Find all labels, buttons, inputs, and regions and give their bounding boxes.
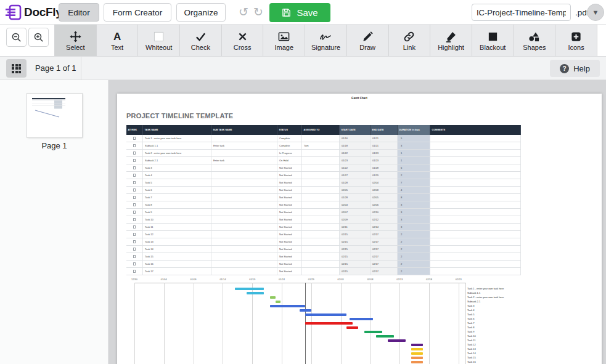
at-risk-checkbox-cell <box>126 261 143 267</box>
at-risk-checkbox[interactable] <box>133 159 136 162</box>
gantt-bar[interactable] <box>247 292 264 294</box>
gantt-gridline <box>459 283 459 364</box>
tab-organize[interactable]: Organize <box>176 3 226 22</box>
gantt-bar[interactable] <box>411 352 423 355</box>
file-menu-dropdown-button[interactable]: ▼ <box>587 4 604 21</box>
zoom-in-button[interactable] <box>28 28 49 47</box>
table-cell <box>211 246 277 253</box>
at-risk-checkbox[interactable] <box>133 152 136 155</box>
table-cell <box>430 187 521 193</box>
table-cell <box>302 261 340 267</box>
tool-blackout-button[interactable]: Blackout <box>472 25 514 56</box>
gantt-bar[interactable] <box>276 301 280 303</box>
at-risk-checkbox[interactable] <box>133 196 136 199</box>
at-risk-checkbox-cell <box>126 246 143 253</box>
pdf-page[interactable]: Gantt Chart PROJECT TIMELINE TEMPLATE AT… <box>117 94 602 364</box>
table-cell: 2 <box>398 246 430 253</box>
table-cell <box>302 246 340 253</box>
gantt-bar[interactable] <box>411 344 423 346</box>
tool-signature-button[interactable]: Signature <box>305 25 347 56</box>
page-thumbnail[interactable] <box>27 94 82 137</box>
filename-input[interactable] <box>472 4 571 21</box>
table-column-header: COMMENTS <box>430 125 521 135</box>
tool-check-button[interactable]: Check <box>180 25 222 56</box>
page-grid-view-button[interactable] <box>6 59 27 78</box>
gantt-bar[interactable] <box>270 296 276 299</box>
undo-icon[interactable]: ↺ <box>236 5 251 20</box>
table-cell <box>302 238 340 245</box>
at-risk-checkbox[interactable] <box>133 240 136 243</box>
at-risk-checkbox[interactable] <box>133 137 136 140</box>
tool-text-button[interactable]: AText <box>97 25 139 56</box>
at-risk-checkbox[interactable] <box>133 218 136 221</box>
gantt-bar[interactable] <box>364 331 382 333</box>
at-risk-checkbox[interactable] <box>133 203 136 206</box>
tool-draw-button[interactable]: Draw <box>347 25 389 56</box>
at-risk-checkbox[interactable] <box>133 225 136 229</box>
table-cell <box>302 201 340 208</box>
table-cell: Not Started <box>277 246 302 253</box>
table-cell: 02/07 <box>340 209 371 216</box>
doc-header-note: Gantt Chart <box>117 97 602 100</box>
at-risk-checkbox[interactable] <box>133 174 136 177</box>
tool-icons-button[interactable]: Icons <box>555 25 597 56</box>
zoom-out-button[interactable] <box>6 28 27 47</box>
table-cell: 02/15 <box>340 253 371 260</box>
table-cell <box>302 179 340 186</box>
at-risk-checkbox[interactable] <box>133 255 136 258</box>
table-cell: 2 <box>398 253 430 260</box>
at-risk-checkbox[interactable] <box>133 188 136 192</box>
at-risk-checkbox-cell <box>126 194 143 201</box>
help-button[interactable]: ? Help <box>550 60 600 77</box>
docfly-logo[interactable]: DocFly <box>5 4 62 20</box>
gantt-bar[interactable] <box>411 348 423 350</box>
tool-link-button[interactable]: Link <box>389 25 431 56</box>
at-risk-checkbox[interactable] <box>133 233 136 236</box>
table-cell <box>430 135 521 142</box>
table-cell: Enter task <box>211 142 277 149</box>
gantt-bar[interactable] <box>350 318 373 320</box>
at-risk-checkbox-cell <box>126 238 143 245</box>
tool-whiteout-button[interactable]: Whiteout <box>138 25 180 56</box>
gantt-bar[interactable] <box>270 305 305 307</box>
tool-cross-button[interactable]: Cross <box>222 25 264 56</box>
table-cell <box>302 224 340 230</box>
tab-editor[interactable]: Editor <box>59 3 99 22</box>
table-cell <box>302 268 340 275</box>
at-risk-checkbox[interactable] <box>133 181 136 184</box>
tab-form-creator[interactable]: Form Creator <box>104 3 171 22</box>
table-cell: Task 17 <box>143 268 211 275</box>
gantt-bar[interactable] <box>346 326 358 329</box>
gantt-bar[interactable] <box>300 309 311 312</box>
gantt-bar[interactable] <box>305 322 352 325</box>
at-risk-checkbox[interactable] <box>133 144 136 147</box>
table-cell: Not Started <box>277 231 302 238</box>
save-icon <box>282 8 291 17</box>
at-risk-checkbox-cell <box>126 201 143 208</box>
table-cell <box>430 164 521 171</box>
tool-shapes-button[interactable]: Shapes <box>514 25 556 56</box>
at-risk-checkbox[interactable] <box>133 270 136 273</box>
table-cell <box>211 238 277 245</box>
gantt-bar[interactable] <box>376 335 394 338</box>
at-risk-checkbox[interactable] <box>133 166 136 169</box>
table-cell: Task 9 <box>143 209 211 216</box>
tool-image-button[interactable]: Image <box>263 25 305 56</box>
save-button[interactable]: Save <box>269 3 330 22</box>
gantt-bar[interactable] <box>411 357 423 359</box>
gantt-bar[interactable] <box>305 313 346 316</box>
gantt-bar[interactable] <box>235 288 264 290</box>
at-risk-checkbox[interactable] <box>133 262 136 265</box>
at-risk-checkbox[interactable] <box>133 211 136 214</box>
table-cell <box>430 172 521 179</box>
table-cell: Subtask 1.1 <box>143 142 211 149</box>
table-cell: 02/17 <box>371 238 398 245</box>
tool-select-button[interactable]: Select <box>55 25 97 56</box>
table-cell <box>211 172 277 179</box>
tool-highlight-button[interactable]: Highlight <box>430 25 472 56</box>
redo-icon[interactable]: ↻ <box>251 5 266 20</box>
at-risk-checkbox[interactable] <box>133 248 136 251</box>
at-risk-checkbox-cell <box>126 142 143 149</box>
gantt-bar[interactable] <box>411 361 423 363</box>
gantt-bar[interactable] <box>388 339 406 342</box>
